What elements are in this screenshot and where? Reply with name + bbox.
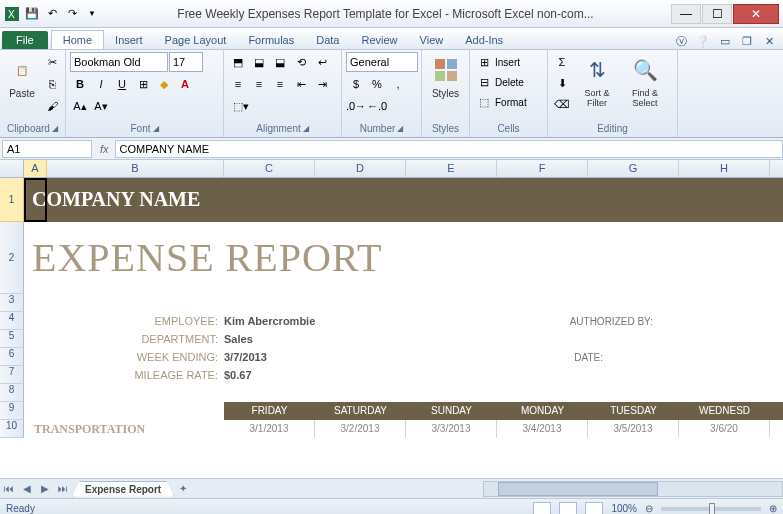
font-color-button[interactable]: A xyxy=(175,74,195,94)
row-6[interactable]: 6 xyxy=(0,348,24,366)
format-label[interactable]: Format xyxy=(495,97,527,108)
clipboard-launcher-icon[interactable]: ◢ xyxy=(52,124,58,133)
fill-color-button[interactable]: ◆ xyxy=(154,74,174,94)
alignment-launcher-icon[interactable]: ◢ xyxy=(303,124,309,133)
font-size-combo[interactable]: 17 xyxy=(169,52,203,72)
border-button[interactable]: ⊞ xyxy=(133,74,153,94)
window-min-icon[interactable]: ▭ xyxy=(717,33,733,49)
select-all-corner[interactable] xyxy=(0,160,24,177)
col-e[interactable]: E xyxy=(406,160,497,177)
tab-file[interactable]: File xyxy=(2,31,48,49)
align-top-button[interactable]: ⬒ xyxy=(228,52,248,72)
section-transportation[interactable]: TRANSPORTATION xyxy=(24,420,145,438)
view-layout-button[interactable] xyxy=(559,502,577,515)
align-center-button[interactable]: ≡ xyxy=(249,74,269,94)
row-2[interactable]: 2 xyxy=(0,222,24,294)
zoom-label[interactable]: 100% xyxy=(611,503,637,514)
week-value[interactable]: 3/7/2013 xyxy=(224,351,267,363)
date-2[interactable]: 3/2/2013 xyxy=(315,420,406,438)
mileage-value[interactable]: $0.67 xyxy=(224,369,252,381)
close-button[interactable]: ✕ xyxy=(733,4,779,24)
qat-dropdown-icon[interactable]: ▼ xyxy=(84,6,100,22)
cell-grid[interactable]: COMPANY NAME EXPENSE REPORT EMPLOYEE: Ki… xyxy=(24,178,783,438)
decrease-indent-button[interactable]: ⇤ xyxy=(291,74,311,94)
date-1[interactable]: 3/1/2013 xyxy=(224,420,315,438)
number-launcher-icon[interactable]: ◢ xyxy=(397,124,403,133)
align-bottom-button[interactable]: ⬓ xyxy=(270,52,290,72)
copy-button[interactable]: ⎘ xyxy=(42,74,62,94)
employee-value[interactable]: Kim Abercrombie xyxy=(224,315,315,327)
horizontal-scrollbar[interactable] xyxy=(483,481,783,497)
company-banner[interactable]: COMPANY NAME xyxy=(24,178,783,222)
paste-button[interactable]: 📋 Paste xyxy=(4,52,40,101)
comma-button[interactable]: , xyxy=(388,74,408,94)
align-right-button[interactable]: ≡ xyxy=(270,74,290,94)
view-pagebreak-button[interactable] xyxy=(585,502,603,515)
help-icon[interactable]: ❔ xyxy=(695,33,711,49)
day-tue[interactable]: TUESDAY xyxy=(588,402,679,420)
number-format-combo[interactable]: General xyxy=(346,52,418,72)
report-title[interactable]: EXPENSE REPORT xyxy=(24,222,783,294)
minimize-ribbon-icon[interactable]: ⓥ xyxy=(673,33,689,49)
row-7[interactable]: 7 xyxy=(0,366,24,384)
align-middle-button[interactable]: ⬓ xyxy=(249,52,269,72)
row-9[interactable]: 9 xyxy=(0,402,24,420)
redo-icon[interactable]: ↷ xyxy=(64,6,80,22)
sheet-nav-prev[interactable]: ◀ xyxy=(18,483,36,494)
sheet-nav-last[interactable]: ⏭ xyxy=(54,483,72,494)
col-g[interactable]: G xyxy=(588,160,679,177)
italic-button[interactable]: I xyxy=(91,74,111,94)
formula-input[interactable]: COMPANY NAME xyxy=(115,140,783,158)
zoom-in-button[interactable]: ⊕ xyxy=(769,503,777,514)
hscroll-thumb[interactable] xyxy=(498,482,658,496)
col-b[interactable]: B xyxy=(47,160,224,177)
increase-indent-button[interactable]: ⇥ xyxy=(312,74,332,94)
decrease-decimal-button[interactable]: ←.0 xyxy=(367,96,387,116)
department-value[interactable]: Sales xyxy=(224,333,253,345)
view-normal-button[interactable] xyxy=(533,502,551,515)
insert-label[interactable]: Insert xyxy=(495,57,520,68)
orientation-button[interactable]: ⟲ xyxy=(291,52,311,72)
worksheet[interactable]: A B C D E F G H 1 2 3 4 5 6 7 8 9 10 COM… xyxy=(0,160,783,478)
find-select-button[interactable]: 🔍 Find & Select xyxy=(622,52,668,110)
day-wed[interactable]: WEDNESD xyxy=(679,402,770,420)
grow-font-button[interactable]: A▴ xyxy=(70,96,90,116)
row-10[interactable]: 10 xyxy=(0,420,24,438)
currency-button[interactable]: $ xyxy=(346,74,366,94)
bold-button[interactable]: B xyxy=(70,74,90,94)
col-a[interactable]: A xyxy=(24,160,47,177)
sort-filter-button[interactable]: ⇅ Sort & Filter xyxy=(574,52,620,110)
day-sat[interactable]: SATURDAY xyxy=(315,402,406,420)
day-sun[interactable]: SUNDAY xyxy=(406,402,497,420)
fx-icon[interactable]: fx xyxy=(94,143,115,155)
col-d[interactable]: D xyxy=(315,160,406,177)
delete-cells-button[interactable]: ⊟ xyxy=(474,72,494,92)
delete-label[interactable]: Delete xyxy=(495,77,524,88)
tab-data[interactable]: Data xyxy=(305,31,350,49)
date-5[interactable]: 3/5/2013 xyxy=(588,420,679,438)
format-painter-button[interactable]: 🖌 xyxy=(42,96,62,116)
sheet-nav-next[interactable]: ▶ xyxy=(36,483,54,494)
insert-cells-button[interactable]: ⊞ xyxy=(474,52,494,72)
sheet-tab-expense-report[interactable]: Expense Report xyxy=(72,481,174,497)
autosum-button[interactable]: Σ xyxy=(552,52,572,72)
zoom-slider[interactable] xyxy=(661,507,761,511)
zoom-thumb[interactable] xyxy=(709,503,715,515)
row-5[interactable]: 5 xyxy=(0,330,24,348)
tab-formulas[interactable]: Formulas xyxy=(237,31,305,49)
window-restore-icon[interactable]: ❐ xyxy=(739,33,755,49)
underline-button[interactable]: U xyxy=(112,74,132,94)
date-6[interactable]: 3/6/20 xyxy=(679,420,770,438)
font-family-combo[interactable]: Bookman Old xyxy=(70,52,168,72)
maximize-button[interactable]: ☐ xyxy=(702,4,732,24)
date-3[interactable]: 3/3/2013 xyxy=(406,420,497,438)
window-close-icon[interactable]: ✕ xyxy=(761,33,777,49)
row-4[interactable]: 4 xyxy=(0,312,24,330)
tab-insert[interactable]: Insert xyxy=(104,31,154,49)
clear-button[interactable]: ⌫ xyxy=(552,94,572,114)
date-4[interactable]: 3/4/2013 xyxy=(497,420,588,438)
fill-button[interactable]: ⬇ xyxy=(552,73,572,93)
row-1[interactable]: 1 xyxy=(0,178,24,222)
tab-review[interactable]: Review xyxy=(350,31,408,49)
col-f[interactable]: F xyxy=(497,160,588,177)
